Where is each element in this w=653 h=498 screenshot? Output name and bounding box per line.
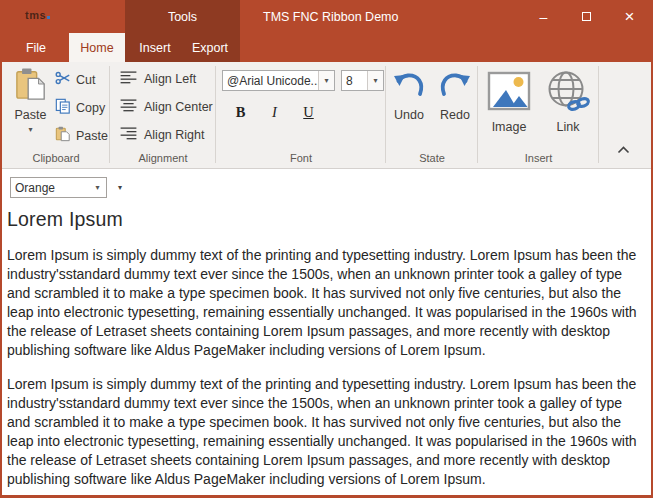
- insert-group-label: Insert: [478, 152, 599, 164]
- state-group-label: State: [386, 152, 478, 164]
- style-combobox-value: Orange: [11, 181, 89, 195]
- link-globe-icon: [545, 68, 591, 118]
- scissors-icon: [55, 70, 71, 89]
- paste-small-label: Paste: [76, 129, 108, 143]
- caret-down-icon: ▾: [95, 184, 99, 192]
- chevron-up-icon: [617, 146, 630, 154]
- align-right-label: Align Right: [144, 128, 204, 142]
- document-area: Orange ▾ ▾ Lorem Ipsum Lorem Ipsum is si…: [2, 169, 651, 495]
- paste-clipboard-icon: [15, 67, 47, 105]
- group-clipboard: Paste ▾ Cut: [2, 62, 110, 168]
- font-size-dropdown-arrow[interactable]: ▾: [367, 71, 383, 90]
- font-family-dropdown-arrow[interactable]: ▾: [318, 71, 334, 90]
- redo-button[interactable]: Redo: [434, 69, 476, 122]
- document-paragraph-2: Lorem Ipsum is simply dummy text of the …: [7, 375, 647, 489]
- ribbon-right-area: [599, 62, 651, 168]
- align-left-button[interactable]: Align Left: [120, 71, 216, 86]
- maximize-icon: [582, 12, 591, 21]
- minimize-button[interactable]: –: [522, 0, 565, 33]
- caret-down-icon: ▾: [324, 77, 328, 85]
- tms-logo: tms: [25, 9, 50, 21]
- align-center-label: Align Center: [144, 100, 213, 114]
- bold-button[interactable]: B: [233, 104, 248, 121]
- paste-small-clipboard-icon: [55, 126, 71, 145]
- group-state: Undo Redo State: [386, 62, 478, 168]
- group-insert: Image: [478, 62, 599, 168]
- align-left-icon: [120, 71, 137, 87]
- font-group-label: Font: [216, 152, 386, 164]
- ribbon: Paste ▾ Cut: [2, 62, 651, 169]
- tab-file[interactable]: File: [10, 33, 62, 62]
- align-right-icon: [120, 127, 137, 143]
- cut-button[interactable]: Cut: [55, 71, 108, 88]
- undo-icon: [392, 69, 426, 103]
- style-combobox-arrow[interactable]: ▾: [89, 184, 106, 192]
- font-family-combobox[interactable]: @Arial Unicode... ▾: [222, 70, 335, 91]
- tab-export[interactable]: Export: [185, 33, 235, 62]
- state-buttons: Undo Redo: [386, 62, 478, 122]
- copy-pages-icon: [55, 98, 71, 117]
- insert-link-button[interactable]: Link: [542, 68, 595, 134]
- redo-label: Redo: [440, 108, 470, 122]
- font-style-buttons: B I U: [233, 104, 386, 121]
- document-heading: Lorem Ipsum: [7, 208, 647, 231]
- image-icon: [486, 68, 532, 118]
- tms-logo-dot: [47, 16, 50, 19]
- paste-dropdown-caret-icon[interactable]: ▾: [29, 126, 33, 134]
- redo-icon: [438, 69, 472, 103]
- copy-button[interactable]: Copy: [55, 99, 108, 116]
- close-button[interactable]: ×: [608, 0, 651, 33]
- collapse-ribbon-button[interactable]: [617, 140, 630, 158]
- caret-down-icon: ▾: [373, 77, 377, 85]
- window-title: TMS FNC Ribbon Demo: [263, 0, 398, 33]
- font-size-combobox[interactable]: 8 ▾: [341, 70, 384, 91]
- tms-logo-text: tms: [25, 9, 46, 21]
- insert-image-label: Image: [492, 120, 527, 134]
- style-toolbar: Orange ▾ ▾: [10, 177, 647, 198]
- app-window: tms Tools TMS FNC Ribbon Demo – × File H…: [0, 0, 653, 498]
- document-paragraph-1: Lorem Ipsum is simply dummy text of the …: [7, 246, 647, 360]
- insert-buttons: Image: [478, 62, 599, 134]
- align-center-icon: [120, 99, 137, 115]
- tab-insert[interactable]: Insert: [131, 33, 179, 62]
- style-extra-dropdown-button[interactable]: ▾: [118, 183, 122, 192]
- insert-image-button[interactable]: Image: [483, 68, 536, 134]
- undo-button[interactable]: Undo: [388, 69, 430, 122]
- align-right-button[interactable]: Align Right: [120, 127, 216, 142]
- font-combo-row: @Arial Unicode... ▾ 8 ▾: [222, 70, 386, 91]
- insert-link-label: Link: [557, 120, 580, 134]
- window-header: tms Tools TMS FNC Ribbon Demo – × File H…: [2, 0, 651, 62]
- clipboard-group-label: Clipboard: [2, 152, 110, 164]
- font-family-value: @Arial Unicode...: [223, 74, 318, 88]
- maximize-button[interactable]: [565, 0, 608, 33]
- paste-button-label: Paste: [15, 108, 47, 122]
- italic-button[interactable]: I: [267, 104, 282, 121]
- tab-home[interactable]: Home: [69, 33, 125, 62]
- tools-group-title: Tools: [125, 0, 240, 33]
- align-center-button[interactable]: Align Center: [120, 99, 216, 114]
- cut-label: Cut: [76, 73, 95, 87]
- ribbon-tab-bar: File Home Insert Export: [2, 33, 651, 62]
- paste-button-small[interactable]: Paste: [55, 127, 108, 144]
- undo-label: Undo: [394, 108, 424, 122]
- group-alignment: Align Left Align Center: [110, 62, 216, 168]
- alignment-group-label: Alignment: [110, 152, 216, 164]
- underline-button[interactable]: U: [301, 104, 316, 121]
- align-left-label: Align Left: [144, 72, 196, 86]
- window-controls: – ×: [522, 0, 651, 33]
- group-font: @Arial Unicode... ▾ 8 ▾ B I U Font: [216, 62, 386, 168]
- copy-label: Copy: [76, 101, 105, 115]
- font-size-value: 8: [342, 74, 367, 88]
- style-combobox[interactable]: Orange ▾: [10, 177, 107, 198]
